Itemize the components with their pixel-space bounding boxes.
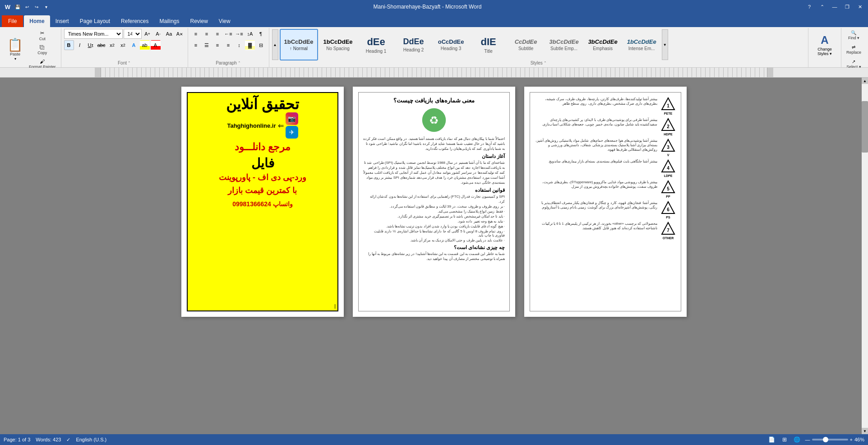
tab-home[interactable]: Home [24,15,50,27]
tab-mailings[interactable]: Mailings [154,15,185,27]
subscript-btn[interactable]: x2 [107,40,117,50]
window-controls: ? ⌃ — ❐ ✕ [805,2,864,11]
style-emphasis[interactable]: 3bCcDdEe Emphasis [584,29,622,60]
shading-btn[interactable]: ▓ [245,40,255,50]
underline-btn[interactable]: U▾ [86,40,96,50]
page-2: معنی شماره‌های بازیافت چیست؟ ♻ احتمالاً … [353,87,515,317]
style-title[interactable]: dIE Title [471,29,507,60]
replace-btn[interactable]: ⇌ Replace [844,43,863,56]
find-btn[interactable]: 🔍 Find ▾ [846,29,862,42]
strikethrough-btn[interactable]: abc [97,40,106,50]
center-btn[interactable]: ☰ [202,40,212,50]
scroll-down-btn[interactable]: ▼ [862,428,868,434]
change-styles-btn[interactable]: A ChangeStyles ▾ [811,29,838,60]
style-subtitle[interactable]: CcDdEe Subtitle [508,29,544,60]
increase-indent-btn[interactable]: →≡ [234,29,244,39]
scroll-thumb[interactable] [862,101,868,153]
view-print-btn[interactable]: 📄 [767,435,776,444]
copy-button[interactable]: ⿻ Copy [27,43,58,56]
font-dialog-btn[interactable]: ⌃ [128,61,131,65]
styles-scroll-down-btn[interactable]: ▼ [662,29,668,60]
cut-button[interactable]: ✂ Cut [27,29,58,42]
page2-list-item-0: · بر روی ظروف و ظروف سخت، در 39 ایالت و … [363,204,505,209]
para-row2: ≡ ☰ ≡ ≡ ↕ ▓ ⊟ [191,40,266,50]
view-web-btn[interactable]: 🌐 [793,435,802,444]
view-fullscreen-btn[interactable]: ⊞ [780,435,789,444]
superscript-btn[interactable]: x2 [118,40,128,50]
align-right-btn[interactable]: ≡ [212,40,222,50]
style-heading1[interactable]: dEe Heading 1 [358,29,394,60]
word-count: Words: 423 [36,437,61,442]
font-row1: Times New Rom... 14 A+ A- Aa A✕ [64,29,185,39]
clear-formatting-btn[interactable]: A✕ [175,29,185,39]
numbering-btn[interactable]: ≡ [202,29,212,39]
save-icon[interactable]: 💾 [14,3,22,11]
zoom-minus-btn[interactable]: — [805,437,810,442]
borders-btn[interactable]: ⊟ [256,40,266,50]
font-shrink-btn[interactable]: A- [153,29,163,39]
align-left-btn[interactable]: ≡ [191,40,201,50]
zoom-area: — + 46% [805,437,864,442]
styles-scroll-up-btn[interactable]: ▲ [272,29,278,60]
style-heading3[interactable]: oCcDdEe Heading 3 [433,29,469,60]
format-painter-icon: 🖌 [40,59,45,64]
style-heading2[interactable]: DdEe Heading 2 [396,29,432,60]
tab-references[interactable]: References [115,15,154,27]
paragraph-dialog-btn[interactable]: ⌃ [238,61,241,65]
tab-page-layout[interactable]: Page Layout [74,15,115,27]
change-case-btn[interactable]: Aa [164,29,174,39]
page2-title: معنی شماره‌های بازیافت چیست؟ [363,97,505,104]
line-spacing-btn[interactable]: ↕ [234,40,244,50]
svg-text:2: 2 [667,124,669,129]
highlight-btn[interactable]: ab [140,40,150,50]
redo-icon[interactable]: ↪ [32,3,41,11]
find-icon: 🔍 [851,30,856,35]
font-name-select[interactable]: Times New Rom... [64,29,123,39]
copy-icon: ⿻ [40,45,45,50]
font-grow-btn[interactable]: A+ [143,29,152,39]
ribbon-toggle-btn[interactable]: ⌃ [817,2,826,11]
style-normal[interactable]: 1bCcDdEe ↑ Normal [280,29,318,60]
style-subtle-emp[interactable]: 3bCcDdEe Subtle Emp... [545,29,583,60]
minimize-btn[interactable]: — [830,2,839,11]
font-color-btn[interactable]: A [151,40,161,50]
paste-button[interactable]: 📋 Paste ▾ [5,34,26,65]
undo-icon[interactable]: ↩ [23,3,31,11]
tab-insert[interactable]: Insert [50,15,74,27]
instagram-icon: 📷 [286,112,298,125]
status-bar: Page: 1 of 3 Words: 423 ✓ English (U.S.)… [0,434,868,445]
styles-dialog-btn[interactable]: ⌃ [544,61,547,65]
tab-file[interactable]: File [2,15,23,27]
paragraph-group-label: Paragraph ⌃ [191,60,266,66]
close-btn[interactable]: ✕ [855,2,864,11]
ribbon-tabs: File Home Insert Page Layout References … [0,14,868,27]
bullets-btn[interactable]: ≡ [191,29,201,39]
intense-emp-label: Intense Em... [628,46,655,51]
justify-btn[interactable]: ≡ [223,40,233,50]
styles-content: ▲ 1bCcDdEe ↑ Normal 1bCcDdEe No Spacing … [272,29,805,60]
multilevel-btn[interactable]: ≡ [212,29,222,39]
help-btn[interactable]: ? [805,2,814,11]
zoom-slider[interactable] [812,439,848,440]
style-intense-emp[interactable]: 1bCcDdEe Intense Em... [623,29,660,60]
maximize-btn[interactable]: ❐ [843,2,852,11]
plastic-5-icon: 5 PP [660,180,676,198]
paragraph-group: ≡ ≡ ≡ ←≡ →≡ ↕A ¶ ≡ ☰ ≡ ≡ ↕ ▓ ⊟ Paragraph… [188,28,269,67]
text-effects-btn[interactable]: A [129,40,139,50]
svg-text:♻: ♻ [429,114,439,126]
bold-btn[interactable]: B [64,40,74,50]
zoom-plus-btn[interactable]: + [850,437,853,442]
scroll-up-btn[interactable]: ▲ [862,78,868,84]
italic-btn[interactable]: I [75,40,85,50]
sort-btn[interactable]: ↕A [245,29,255,39]
page-3: 1 PETE بیشتر آشنا تولیدکننده‌ها، ظرف‌های… [524,87,687,317]
show-marks-btn[interactable]: ¶ [256,29,266,39]
tab-review[interactable]: Review [185,15,213,27]
vertical-scrollbar[interactable]: ▲ ▼ [862,78,868,434]
title-bar-left: W 💾 ↩ ↪ ▾ [4,3,50,11]
font-size-select[interactable]: 14 [124,29,142,39]
qa-dropdown-icon[interactable]: ▾ [42,3,50,11]
style-no-spacing[interactable]: 1bCcDdEe No Spacing [319,29,357,60]
decrease-indent-btn[interactable]: ←≡ [223,29,233,39]
tab-view[interactable]: View [213,15,236,27]
